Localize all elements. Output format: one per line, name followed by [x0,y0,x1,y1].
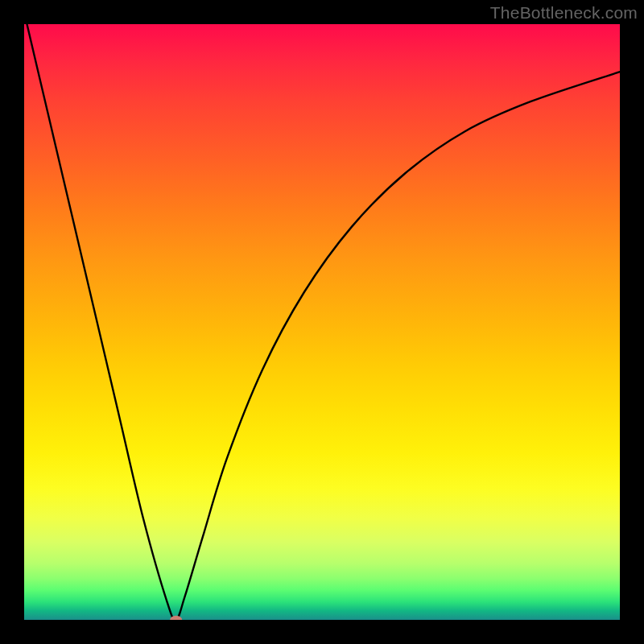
bottleneck-curve [24,24,620,620]
plot-area [24,24,620,620]
chart-frame: TheBottleneck.com [0,0,644,644]
watermark-text: TheBottleneck.com [490,3,638,23]
